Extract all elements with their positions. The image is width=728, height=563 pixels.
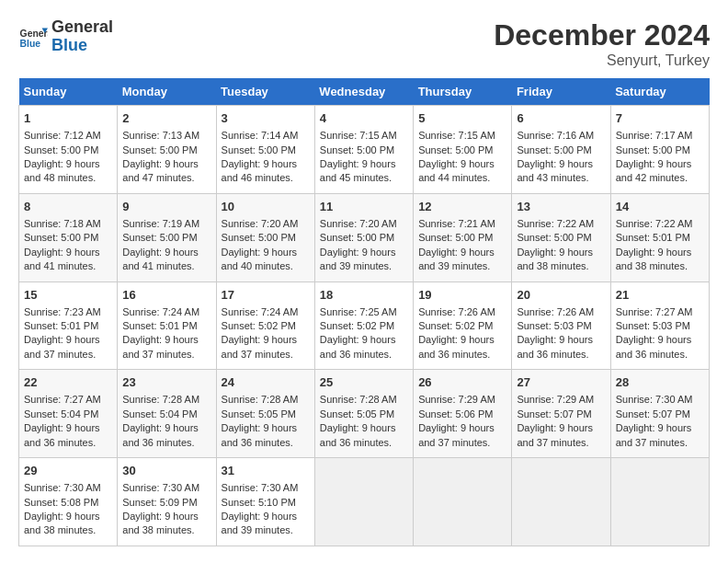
logo-line2: Blue (51, 36, 87, 54)
sunrise-text: Sunrise: 7:15 AM (418, 130, 495, 141)
sunrise-text: Sunrise: 7:27 AM (24, 394, 101, 405)
sunset-text: Sunset: 5:05 PM (222, 408, 296, 419)
daylight-text: Daylight: 9 hours and 38 minutes. (122, 511, 199, 535)
daylight-text: Daylight: 9 hours and 38 minutes. (517, 247, 593, 271)
sunrise-text: Sunrise: 7:22 AM (616, 218, 693, 229)
sunrise-text: Sunrise: 7:25 AM (320, 306, 397, 317)
day-number: 19 (418, 287, 506, 304)
calendar-week-3: 15Sunrise: 7:23 AMSunset: 5:01 PMDayligh… (19, 282, 710, 370)
sunset-text: Sunset: 5:00 PM (320, 144, 394, 155)
daylight-text: Daylight: 9 hours and 45 minutes. (320, 158, 396, 183)
day-number: 10 (222, 199, 310, 215)
calendar-cell: 17Sunrise: 7:24 AMSunset: 5:02 PMDayligh… (216, 282, 314, 370)
daylight-text: Daylight: 9 hours and 36 minutes. (122, 422, 199, 447)
sunset-text: Sunset: 5:05 PM (320, 408, 394, 419)
day-number: 2 (122, 110, 210, 127)
calendar-cell: 14Sunrise: 7:22 AMSunset: 5:01 PMDayligh… (610, 193, 709, 282)
calendar-cell: 19Sunrise: 7:26 AMSunset: 5:02 PMDayligh… (414, 282, 512, 370)
sunset-text: Sunset: 5:00 PM (418, 144, 493, 155)
calendar-cell: 11Sunrise: 7:20 AMSunset: 5:00 PMDayligh… (314, 193, 413, 282)
day-number: 24 (222, 374, 310, 391)
sunrise-text: Sunrise: 7:21 AM (418, 218, 495, 229)
sunset-text: Sunset: 5:01 PM (122, 320, 197, 331)
sunset-text: Sunset: 5:08 PM (24, 497, 98, 508)
day-number: 3 (222, 110, 310, 127)
day-number: 17 (222, 287, 310, 304)
sunrise-text: Sunrise: 7:26 AM (517, 306, 594, 317)
day-number: 11 (320, 199, 408, 215)
sunset-text: Sunset: 5:00 PM (222, 144, 296, 155)
day-number: 22 (24, 374, 112, 391)
daylight-text: Daylight: 9 hours and 36 minutes. (320, 422, 396, 447)
daylight-text: Daylight: 9 hours and 40 minutes. (222, 247, 298, 271)
page-subtitle: Senyurt, Turkey (494, 52, 710, 69)
day-number: 15 (24, 287, 112, 304)
calendar-cell: 6Sunrise: 7:16 AMSunset: 5:00 PMDaylight… (512, 106, 610, 194)
sunset-text: Sunset: 5:00 PM (517, 232, 591, 243)
sunset-text: Sunset: 5:00 PM (320, 232, 394, 243)
sunrise-text: Sunrise: 7:30 AM (222, 482, 299, 493)
sunset-text: Sunset: 5:04 PM (24, 408, 98, 419)
sunset-text: Sunset: 5:00 PM (24, 232, 98, 243)
day-number: 25 (320, 374, 408, 391)
page-header: General Blue General Blue December 2024 … (18, 18, 710, 69)
sunrise-text: Sunrise: 7:29 AM (517, 394, 594, 405)
sunrise-text: Sunrise: 7:23 AM (24, 306, 101, 317)
day-number: 8 (24, 199, 112, 215)
calendar-cell: 18Sunrise: 7:25 AMSunset: 5:02 PMDayligh… (314, 282, 413, 370)
day-number: 4 (320, 110, 408, 127)
calendar-cell: 16Sunrise: 7:24 AMSunset: 5:01 PMDayligh… (118, 282, 216, 370)
calendar-cell: 12Sunrise: 7:21 AMSunset: 5:00 PMDayligh… (414, 193, 512, 282)
day-number: 1 (24, 110, 112, 127)
daylight-text: Daylight: 9 hours and 36 minutes. (616, 334, 692, 359)
daylight-text: Daylight: 9 hours and 39 minutes. (222, 511, 298, 535)
sunrise-text: Sunrise: 7:20 AM (320, 218, 397, 229)
calendar-cell: 30Sunrise: 7:30 AMSunset: 5:09 PMDayligh… (118, 458, 216, 546)
calendar-table: SundayMondayTuesdayWednesdayThursdayFrid… (18, 78, 710, 546)
day-number: 27 (517, 374, 605, 391)
daylight-text: Daylight: 9 hours and 38 minutes. (24, 511, 100, 535)
calendar-cell: 26Sunrise: 7:29 AMSunset: 5:06 PMDayligh… (414, 370, 512, 458)
daylight-text: Daylight: 9 hours and 37 minutes. (222, 334, 298, 359)
sunset-text: Sunset: 5:00 PM (418, 232, 493, 243)
daylight-text: Daylight: 9 hours and 41 minutes. (24, 247, 100, 271)
col-header-thursday: Thursday (414, 78, 512, 106)
sunrise-text: Sunrise: 7:30 AM (122, 482, 199, 493)
calendar-cell (314, 458, 413, 546)
calendar-week-4: 22Sunrise: 7:27 AMSunset: 5:04 PMDayligh… (19, 370, 710, 458)
calendar-week-2: 8Sunrise: 7:18 AMSunset: 5:00 PMDaylight… (19, 193, 710, 282)
day-number: 12 (418, 199, 506, 215)
sunset-text: Sunset: 5:03 PM (616, 320, 690, 331)
calendar-cell: 27Sunrise: 7:29 AMSunset: 5:07 PMDayligh… (512, 370, 610, 458)
daylight-text: Daylight: 9 hours and 42 minutes. (616, 158, 692, 183)
daylight-text: Daylight: 9 hours and 43 minutes. (517, 158, 593, 183)
daylight-text: Daylight: 9 hours and 38 minutes. (616, 247, 692, 271)
calendar-cell (512, 458, 610, 546)
sunset-text: Sunset: 5:00 PM (222, 232, 296, 243)
daylight-text: Daylight: 9 hours and 37 minutes. (24, 334, 100, 359)
day-number: 9 (122, 199, 210, 215)
daylight-text: Daylight: 9 hours and 41 minutes. (122, 247, 199, 271)
calendar-cell: 28Sunrise: 7:30 AMSunset: 5:07 PMDayligh… (610, 370, 709, 458)
calendar-cell: 7Sunrise: 7:17 AMSunset: 5:00 PMDaylight… (610, 106, 709, 194)
daylight-text: Daylight: 9 hours and 37 minutes. (517, 422, 593, 447)
day-number: 26 (418, 374, 506, 391)
daylight-text: Daylight: 9 hours and 48 minutes. (24, 158, 100, 183)
col-header-monday: Monday (118, 78, 216, 106)
calendar-cell: 22Sunrise: 7:27 AMSunset: 5:04 PMDayligh… (19, 370, 118, 458)
sunrise-text: Sunrise: 7:28 AM (122, 394, 199, 405)
sunset-text: Sunset: 5:00 PM (24, 144, 98, 155)
sunrise-text: Sunrise: 7:18 AM (24, 218, 101, 229)
day-number: 28 (616, 374, 704, 391)
sunrise-text: Sunrise: 7:28 AM (222, 394, 299, 405)
calendar-cell: 1Sunrise: 7:12 AMSunset: 5:00 PMDaylight… (19, 106, 118, 194)
calendar-cell: 4Sunrise: 7:15 AMSunset: 5:00 PMDaylight… (314, 106, 413, 194)
sunset-text: Sunset: 5:07 PM (517, 408, 591, 419)
daylight-text: Daylight: 9 hours and 36 minutes. (320, 334, 396, 359)
daylight-text: Daylight: 9 hours and 36 minutes. (24, 422, 100, 447)
sunset-text: Sunset: 5:01 PM (24, 320, 98, 331)
day-number: 20 (517, 287, 605, 304)
calendar-cell: 10Sunrise: 7:20 AMSunset: 5:00 PMDayligh… (216, 193, 314, 282)
calendar-week-1: 1Sunrise: 7:12 AMSunset: 5:00 PMDaylight… (19, 106, 710, 194)
sunrise-text: Sunrise: 7:17 AM (616, 130, 693, 141)
